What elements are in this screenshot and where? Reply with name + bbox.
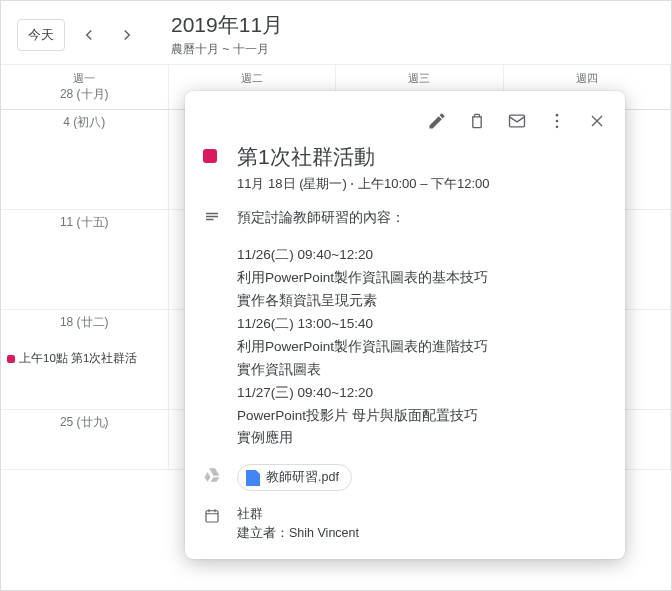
event-creator: Shih Vincent [289,526,359,540]
day-cell[interactable]: 18 (廿二) 上午10點 第1次社群活 [1,310,169,410]
event-datetime: 11月 18日 (星期一) ⋅ 上午10:00 – 下午12:00 [237,175,605,193]
day-number: 11 (十五) [7,214,162,231]
event-calendar-name: 社群 [237,505,605,524]
weekday-label: 週四 [504,71,671,86]
day-cell[interactable]: 4 (初八) [1,110,169,210]
weekday-label: 週一 [1,71,168,86]
day-cell[interactable]: 25 (廿九) [1,410,169,470]
svg-rect-0 [510,115,525,127]
weekday-date: 28 (十月) [1,86,168,103]
delete-icon[interactable] [459,103,495,139]
prev-period-button[interactable] [75,21,103,49]
calendar-icon [203,507,223,527]
svg-point-1 [556,114,559,117]
event-description-intro: 預定討論教師研習的內容： [237,207,605,230]
attachment-chip[interactable]: 教師研習.pdf [237,464,352,491]
creator-label: 建立者： [237,526,289,540]
svg-rect-4 [206,511,218,522]
weekday-label: 週三 [336,71,503,86]
description-icon [203,209,223,229]
attachment-name: 教師研習.pdf [266,469,339,486]
event-color-square [203,149,217,163]
event-chip[interactable]: 上午10點 第1次社群活 [7,351,162,366]
period-subtitle: 農曆十月 ~ 十一月 [171,41,283,58]
day-number: 18 (廿二) [7,314,162,331]
drive-icon [203,466,223,486]
day-cell[interactable]: 11 (十五) [1,210,169,310]
event-description-body: 11/26(二) 09:40~12:20 利用PowerPoint製作資訊圖表的… [237,244,605,450]
svg-point-3 [556,126,559,129]
email-icon[interactable] [499,103,535,139]
pdf-file-icon [246,470,260,486]
more-options-icon[interactable] [539,103,575,139]
day-number: 25 (廿九) [7,414,162,431]
day-number: 4 (初八) [7,114,162,131]
svg-point-2 [556,120,559,123]
close-icon[interactable] [579,103,615,139]
event-title: 第1次社群活動 [237,143,605,171]
today-button[interactable]: 今天 [17,19,65,51]
event-chip-label: 上午10點 第1次社群活 [19,352,137,364]
event-color-dot [7,355,15,363]
period-title: 2019年11月 [171,11,283,39]
next-period-button[interactable] [113,21,141,49]
weekday-label: 週二 [169,71,336,86]
edit-icon[interactable] [419,103,455,139]
event-detail-popup: 第1次社群活動 11月 18日 (星期一) ⋅ 上午10:00 – 下午12:0… [185,91,625,559]
